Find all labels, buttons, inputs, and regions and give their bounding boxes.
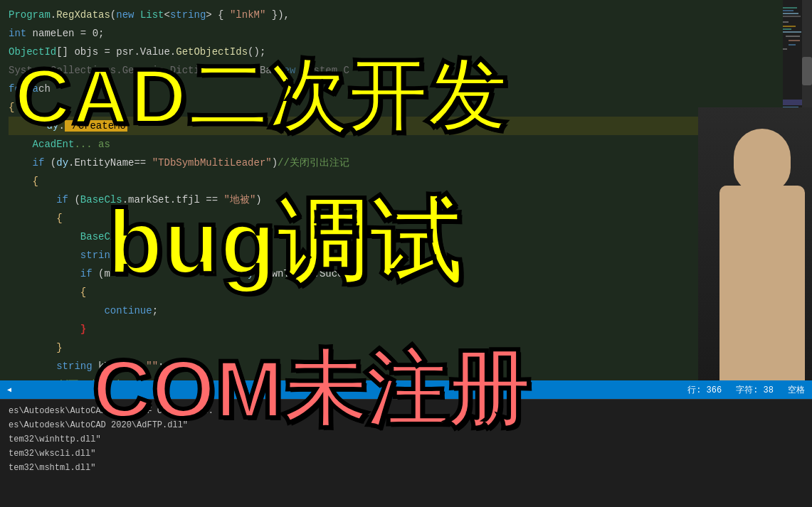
code-line-4: System.Collections.Generic.Dictionary< t…: [9, 61, 774, 80]
code-line-13: BaseCl: [9, 228, 774, 246]
code-line-3: ObjectId[] objs = psr.Value.GetObjectIds…: [9, 43, 774, 61]
svg-rect-4: [783, 21, 789, 23]
status-bar: ◀ 行: 366 字符: 38 空格: [0, 380, 812, 399]
svg-rect-10: [789, 44, 796, 46]
code-line-5: foreach: [9, 80, 774, 98]
bottom-content: es\Autodesk\AutoCAD 2020\ZIF CAL...Ikes.…: [0, 400, 812, 479]
svg-rect-5: [783, 26, 796, 27]
code-line-6: {: [9, 98, 774, 117]
status-col: 字符: 38: [736, 384, 774, 396]
bottom-line-2: es\Autodesk\AutoCAD 2020\AdFTP.dll": [9, 418, 803, 432]
code-editor[interactable]: Program.RegXdatas(new List<string> { "ln…: [0, 0, 783, 398]
svg-rect-2: [783, 13, 798, 14]
code-line-17: continue;: [9, 301, 774, 320]
person-silhouette: [698, 107, 812, 399]
svg-rect-11: [783, 48, 787, 50]
code-line-11: if (BaseCls.markSet.tfjl == "地被"): [9, 191, 774, 209]
code-line-16: {: [9, 283, 774, 301]
svg-rect-3: [783, 16, 801, 17]
bottom-line-4: tem32\wkscli.dll": [9, 447, 803, 461]
scrollbar-thumb[interactable]: [802, 57, 812, 85]
scroll-left-arrow[interactable]: ◀: [7, 385, 11, 394]
person-head: [734, 129, 791, 193]
bottom-line-3: tem32\winhttp.dll": [9, 432, 803, 447]
code-line-19: }: [9, 338, 774, 357]
bottom-line-1: es\Autodesk\AutoCAD 2020\ZIF CAL...Ikes.: [9, 404, 803, 418]
minimap-highlight: [783, 100, 802, 105]
code-line-14: strin: [9, 246, 774, 265]
svg-rect-0: [783, 7, 797, 9]
status-row: 行: 366: [687, 384, 722, 396]
code-line-2: int nameLen = 0;: [9, 24, 774, 43]
status-right: 行: 366 字符: 38 空格: [687, 384, 805, 396]
svg-rect-8: [786, 36, 800, 37]
code-line-15: if (m dy.DownText).Success): [9, 265, 774, 283]
code-line-8: AcadEnt... as: [9, 135, 774, 154]
bottom-panel: es\Autodesk\AutoCAD 2020\ZIF CAL...Ikes.…: [0, 399, 812, 507]
svg-rect-7: [783, 31, 801, 33]
svg-rect-1: [783, 10, 793, 11]
code-line-18: }: [9, 320, 774, 338]
svg-rect-6: [783, 28, 791, 30]
code-line-1: Program.RegXdatas(new List<string> { "ln…: [9, 6, 774, 24]
code-line-7: dy. /CreateMo: [9, 117, 774, 135]
code-line-12: {: [9, 209, 774, 228]
code-line-9: if (dy.EntityName== "TDbSymbMultiLeader"…: [9, 154, 774, 172]
svg-rect-9: [789, 40, 800, 41]
person-body: [719, 186, 805, 399]
code-line-20: string kText = "";: [9, 357, 774, 375]
status-space: 空格: [788, 384, 805, 396]
code-line-10: {: [9, 172, 774, 191]
bottom-line-5: tem32\mshtml.dll": [9, 461, 803, 475]
